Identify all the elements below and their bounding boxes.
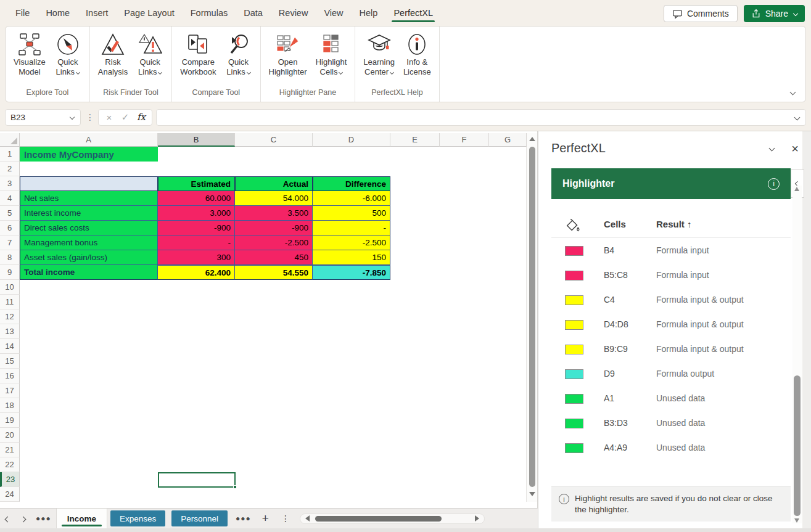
highlighter-row-b9-c9[interactable]: B9:C9Formula input & output	[551, 337, 791, 362]
row-header-10[interactable]: 10	[0, 280, 20, 295]
column-header-d[interactable]: D	[313, 133, 390, 147]
cell-c4[interactable]: 54.000	[235, 191, 313, 206]
cell-d4[interactable]: -6.000	[313, 191, 390, 206]
cancel-icon[interactable]: ×	[102, 112, 116, 123]
cell-header-estimated[interactable]: Estimated	[158, 176, 235, 191]
enter-icon[interactable]: ✓	[118, 112, 132, 123]
menu-tab-review[interactable]: Review	[271, 2, 316, 23]
menu-tab-perfectxl[interactable]: PerfectXL	[385, 2, 441, 23]
highlighter-row-b5-c8[interactable]: B5:C8Formula input	[551, 263, 791, 288]
scroll-down-icon[interactable]	[794, 518, 799, 523]
highlighter-row-a1[interactable]: A1Unused data	[551, 387, 791, 411]
highlighter-row-d4-d8[interactable]: D4:D8Formula input & output	[551, 313, 791, 337]
row-header-17[interactable]: 17	[0, 383, 20, 398]
row-header-22[interactable]: 22	[0, 457, 20, 472]
select-all-corner[interactable]	[0, 133, 20, 147]
cell-d7[interactable]: -2.500	[313, 235, 390, 250]
cell-d6[interactable]: -	[313, 221, 390, 235]
menu-tab-view[interactable]: View	[316, 2, 351, 23]
column-header-g[interactable]: G	[489, 133, 527, 147]
add-sheet-icon[interactable]: +	[256, 512, 275, 525]
horizontal-scrollbar[interactable]	[300, 514, 485, 524]
cell-c9[interactable]: 54.550	[235, 265, 313, 280]
cell-b6[interactable]: -900	[158, 221, 235, 235]
share-button[interactable]: Share	[744, 5, 805, 22]
highlighter-row-a4-a9[interactable]: A4:A9Unused data	[551, 436, 791, 460]
row-header-4[interactable]: 4	[0, 191, 20, 206]
insert-function-icon[interactable]: fx	[134, 112, 148, 123]
cell-b9[interactable]: 62.400	[158, 265, 235, 280]
cell-c6[interactable]: -900	[235, 221, 313, 235]
sheet-options-icon[interactable]: ⋮	[275, 514, 296, 523]
row-header-18[interactable]: 18	[0, 398, 20, 413]
quick-links-button[interactable]: QuickLinks	[50, 29, 86, 85]
info-icon[interactable]: i	[768, 178, 780, 190]
cell-a1-title[interactable]: Income MyCompany	[20, 147, 158, 162]
row-header-12[interactable]: 12	[0, 309, 20, 324]
cell-c7[interactable]: -2.500	[235, 235, 313, 250]
compare-workbook-button[interactable]: CompareWorkbook	[176, 29, 220, 85]
sheet-prev-icon[interactable]	[0, 513, 15, 524]
visualize-model-button[interactable]: VisualizeModel	[9, 29, 50, 85]
quick-links-button[interactable]: QuickLinks	[132, 29, 168, 85]
column-header-f[interactable]: F	[440, 133, 489, 147]
cell-d9[interactable]: -7.850	[313, 265, 390, 280]
scrollbar-thumb[interactable]	[794, 375, 801, 516]
highlighter-row-b3-d3[interactable]: B3:D3Unused data	[551, 411, 791, 436]
risk-analysis-button[interactable]: RiskAnalysis	[94, 29, 132, 85]
row-header-19[interactable]: 19	[0, 413, 20, 428]
sheet-list-icon[interactable]: ●●●	[31, 514, 56, 523]
cell-b5[interactable]: 3.000	[158, 206, 235, 221]
cell-b7[interactable]: -	[158, 235, 235, 250]
scrollbar-thumb[interactable]	[315, 516, 442, 522]
scroll-up-icon[interactable]	[794, 187, 799, 191]
pane-close-icon[interactable]: ×	[791, 142, 799, 155]
column-header-c[interactable]: C	[235, 133, 313, 147]
menu-tab-page-layout[interactable]: Page Layout	[116, 2, 182, 23]
row-header-24[interactable]: 24	[0, 487, 20, 502]
row-header-2[interactable]: 2	[0, 162, 20, 176]
cell-label-row5[interactable]: Interest income	[20, 206, 158, 221]
row-header-15[interactable]: 15	[0, 354, 20, 369]
menu-tab-file[interactable]: File	[7, 2, 38, 23]
info-and-license-button[interactable]: Info &License	[399, 29, 435, 85]
scroll-down-icon[interactable]	[529, 492, 535, 496]
quick-links-button[interactable]: QuickLinks	[221, 29, 257, 85]
cell-label-row7[interactable]: Management bonus	[20, 235, 158, 250]
cells-column-header[interactable]: Cells	[604, 219, 626, 229]
result-column-header[interactable]: Result ↑	[656, 219, 692, 229]
formula-input[interactable]	[156, 109, 806, 126]
name-box[interactable]: B23	[5, 109, 81, 126]
row-header-14[interactable]: 14	[0, 339, 20, 354]
row-header-23[interactable]: 23	[0, 472, 20, 487]
sheet-tab-income[interactable]: Income	[56, 509, 107, 528]
row-header-7[interactable]: 7	[0, 235, 20, 250]
selected-cell-b23[interactable]	[158, 472, 236, 488]
learning-center-button[interactable]: LearningCenter	[359, 29, 399, 85]
menu-tab-formulas[interactable]: Formulas	[183, 2, 236, 23]
row-header-16[interactable]: 16	[0, 369, 20, 383]
menu-tab-help[interactable]: Help	[352, 2, 386, 23]
cell-d5[interactable]: 500	[313, 206, 390, 221]
cell-b8[interactable]: 300	[158, 250, 235, 265]
sheet-tab-expenses[interactable]: Expenses	[110, 510, 165, 526]
column-header-a[interactable]: A	[20, 133, 158, 147]
highlighter-row-c4[interactable]: C4Formula input & output	[551, 288, 791, 313]
row-header-6[interactable]: 6	[0, 221, 20, 235]
highlighter-row-b4[interactable]: B4Formula input	[551, 239, 791, 263]
row-header-1[interactable]: 1	[0, 147, 20, 162]
cell-label-row8[interactable]: Asset sales (gain/loss)	[20, 250, 158, 265]
fill-handle[interactable]	[233, 485, 237, 489]
sheet-next-icon[interactable]	[15, 513, 31, 524]
cell-d8[interactable]: 150	[313, 250, 390, 265]
cell-c5[interactable]: 3.500	[235, 206, 313, 221]
scroll-right-icon[interactable]	[475, 515, 479, 522]
cell-header-actual[interactable]: Actual	[235, 176, 313, 191]
row-header-13[interactable]: 13	[0, 324, 20, 339]
scroll-up-icon[interactable]	[529, 137, 535, 141]
menu-tab-home[interactable]: Home	[38, 2, 78, 23]
comments-button[interactable]: Comments	[664, 5, 738, 22]
row-header-11[interactable]: 11	[0, 295, 20, 309]
row-header-8[interactable]: 8	[0, 250, 20, 265]
highlight-cells-button[interactable]: HighlightCells	[311, 29, 352, 85]
